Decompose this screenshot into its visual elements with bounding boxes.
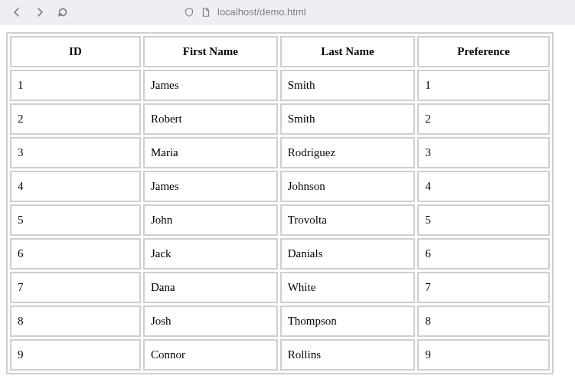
page-icon	[201, 7, 211, 18]
cell-pref: 8	[417, 305, 550, 337]
table-row: 9 Connor Rollins 9	[10, 339, 550, 371]
cell-first: Maria	[143, 137, 278, 168]
cell-last: Danials	[280, 238, 415, 270]
table-row: 7 Dana White 7	[10, 272, 550, 303]
col-header-lastname: Last Name	[280, 36, 415, 67]
data-table: ID First Name Last Name Preference 1 Jam…	[6, 32, 554, 374]
arrow-right-icon	[34, 6, 46, 18]
browser-toolbar: localhost/demo.html	[0, 0, 575, 24]
cell-pref: 5	[417, 204, 550, 236]
table-row: 1 James Smith 1	[10, 70, 550, 101]
cell-pref: 4	[417, 171, 550, 202]
cell-first: John	[143, 204, 278, 236]
cell-first: Connor	[143, 339, 278, 371]
col-header-firstname: First Name	[143, 36, 278, 67]
cell-first: Robert	[143, 103, 278, 135]
cell-id: 2	[10, 103, 141, 135]
cell-first: Dana	[143, 272, 278, 303]
cell-pref: 1	[417, 70, 550, 101]
address-bar[interactable]: localhost/demo.html	[184, 6, 306, 18]
cell-id: 3	[10, 137, 141, 168]
cell-pref: 3	[417, 137, 550, 168]
table-row: 5 John Trovolta 5	[10, 204, 550, 236]
col-header-pref: Preference	[417, 36, 550, 67]
shield-icon	[184, 7, 194, 18]
cell-last: Johnson	[280, 171, 415, 202]
cell-last: Trovolta	[280, 204, 415, 236]
cell-pref: 2	[417, 103, 550, 135]
col-header-id: ID	[10, 36, 141, 67]
cell-last: Smith	[280, 103, 415, 135]
table-row: 2 Robert Smith 2	[10, 103, 550, 135]
cell-id: 8	[10, 305, 141, 337]
cell-first: James	[143, 70, 278, 101]
table-row: 6 Jack Danials 6	[10, 238, 550, 270]
url-text: localhost/demo.html	[217, 6, 306, 18]
cell-first: James	[143, 171, 278, 202]
cell-last: Rodriguez	[280, 137, 415, 168]
arrow-left-icon	[11, 6, 23, 18]
cell-first: Josh	[143, 305, 278, 337]
back-button[interactable]	[8, 3, 26, 21]
reload-icon	[57, 6, 69, 18]
table-header-row: ID First Name Last Name Preference	[10, 36, 550, 67]
cell-pref: 6	[417, 238, 550, 270]
cell-first: Jack	[143, 238, 278, 270]
page-content: ID First Name Last Name Preference 1 Jam…	[0, 24, 575, 382]
cell-last: Thompson	[280, 305, 415, 337]
reload-button[interactable]	[54, 3, 72, 21]
table-row: 8 Josh Thompson 8	[10, 305, 550, 337]
forward-button[interactable]	[31, 3, 49, 21]
cell-id: 7	[10, 272, 141, 303]
table-row: 3 Maria Rodriguez 3	[10, 137, 550, 168]
cell-last: White	[280, 272, 415, 303]
cell-pref: 7	[417, 272, 550, 303]
cell-pref: 9	[417, 339, 550, 371]
cell-id: 9	[10, 339, 141, 371]
cell-last: Smith	[280, 70, 415, 101]
cell-id: 5	[10, 204, 141, 236]
cell-last: Rollins	[280, 339, 415, 371]
cell-id: 4	[10, 171, 141, 202]
table-row: 4 James Johnson 4	[10, 171, 550, 202]
cell-id: 6	[10, 238, 141, 270]
cell-id: 1	[10, 70, 141, 101]
